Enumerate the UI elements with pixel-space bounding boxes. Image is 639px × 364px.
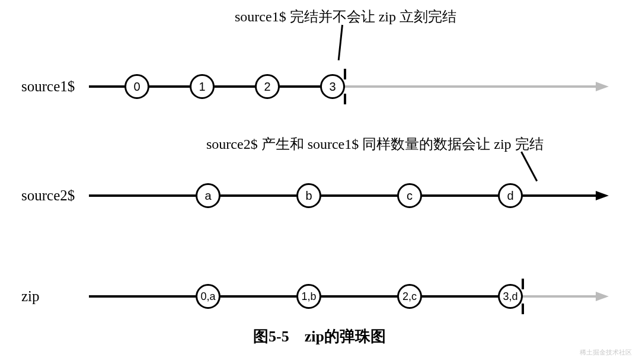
complete-tick-source1-bot: [344, 94, 346, 104]
marble-zip-3: 3,d: [498, 284, 523, 309]
diagram-canvas: source1$ 完结并不会让 zip 立刻完结 source1$ 0 1 2 …: [0, 0, 639, 364]
annotation-pointer-2: [520, 151, 538, 181]
marble-source2-c: c: [397, 183, 422, 208]
marble-source1-2: 2: [255, 74, 280, 99]
marble-source2-a: a: [196, 183, 221, 208]
stream-label-zip: zip: [21, 288, 40, 305]
complete-tick-zip-bot: [522, 304, 524, 314]
marble-source1-1: 1: [190, 74, 215, 99]
stream-label-source2: source2$: [21, 187, 75, 204]
timeline-source1-completed: [345, 85, 596, 88]
marble-zip-2: 2,c: [397, 284, 422, 309]
watermark: 稀土掘金技术社区: [580, 348, 632, 357]
annotation-pointer-1: [338, 25, 343, 60]
timeline-source2-arrow: [596, 191, 609, 200]
marble-source2-b: b: [296, 183, 321, 208]
marble-source1-0: 0: [124, 74, 149, 99]
complete-tick-source1-top: [344, 69, 346, 79]
timeline-source1-arrow: [596, 82, 609, 91]
timeline-zip-completed: [523, 295, 596, 298]
complete-tick-zip-top: [522, 279, 524, 289]
marble-source1-3: 3: [320, 74, 345, 99]
marble-zip-0: 0,a: [196, 284, 221, 309]
stream-label-source1: source1$: [21, 78, 75, 95]
timeline-zip-arrow: [596, 292, 609, 301]
marble-zip-1: 1,b: [296, 284, 321, 309]
figure-caption: 图5-5 zip的弹珠图: [0, 326, 639, 347]
annotation-source1-complete: source1$ 完结并不会让 zip 立刻完结: [235, 7, 456, 26]
annotation-source2-zip-complete: source2$ 产生和 source1$ 同样数量的数据会让 zip 完结: [206, 135, 544, 154]
marble-source2-d: d: [498, 183, 523, 208]
